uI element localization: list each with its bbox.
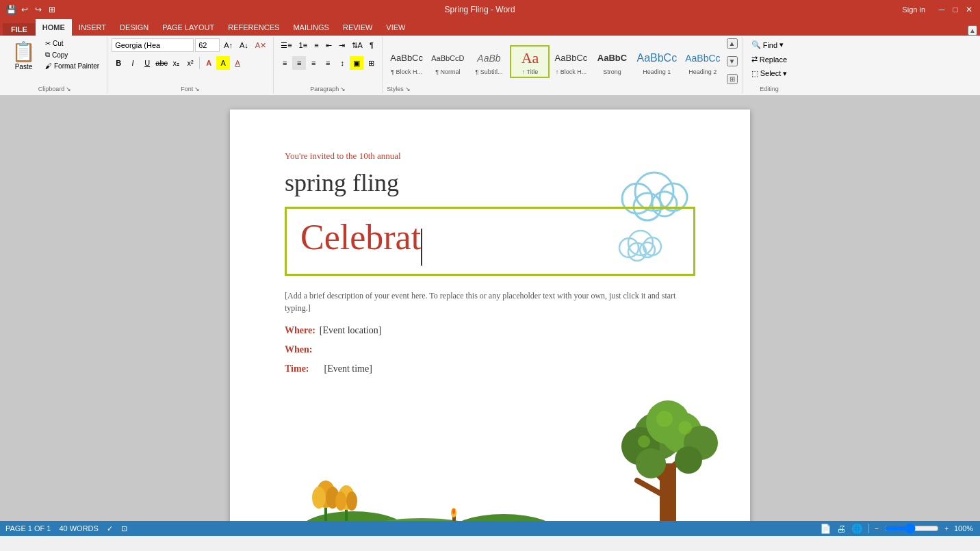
superscript-btn[interactable]: x² — [183, 56, 197, 70]
doc-title-text[interactable]: Celebrat — [300, 218, 421, 257]
ribbon: 📋 Paste ✂ Cut ⧉ Copy 🖌 Format Painter C — [0, 36, 980, 96]
style-subtitle[interactable]: AaBb ¶ Subtitl... — [469, 46, 508, 77]
align-right-btn[interactable]: ≡ — [307, 56, 320, 70]
align-left-btn[interactable]: ≡ — [278, 56, 292, 70]
styles-section: AaBbCc ¶ Block H... AaBbCcD ¶ Normal AaB… — [383, 37, 741, 94]
find-dropdown-icon: ▾ — [779, 40, 784, 49]
font-color-btn[interactable]: A — [231, 56, 244, 70]
maximize-btn[interactable]: □ — [950, 4, 961, 15]
find-button[interactable]: 🔍 Find ▾ — [748, 38, 791, 51]
signin-link[interactable]: Sign in — [902, 5, 925, 14]
close-btn[interactable]: ✕ — [964, 4, 975, 15]
clipboard-expander[interactable]: ↘ — [66, 86, 71, 92]
style-blockh2[interactable]: AaBbCc ↑ Block H... — [551, 46, 591, 77]
redo-btn[interactable]: ↪ — [33, 4, 44, 15]
style-normal[interactable]: AaBbCcD ¶ Normal — [428, 46, 467, 77]
style-blockh[interactable]: AaBbCc ¶ Block H... — [387, 46, 426, 77]
bold-btn[interactable]: B — [112, 56, 125, 70]
style-title[interactable]: Aa ↑ Title — [510, 45, 550, 78]
zoom-slider[interactable] — [884, 523, 939, 534]
save-btn[interactable]: 💾 — [5, 4, 16, 15]
doc-time-value[interactable]: [Event time] — [324, 363, 372, 374]
style-subtitle-preview: AaBb — [477, 48, 500, 68]
font-name-input[interactable] — [112, 38, 194, 52]
style-title-label: ↑ Title — [522, 68, 539, 75]
strikethrough-btn[interactable]: abc — [155, 56, 168, 70]
copy-button[interactable]: ⧉ Copy — [42, 49, 103, 60]
minimize-btn[interactable]: ─ — [936, 4, 947, 15]
borders-btn[interactable]: ⊞ — [364, 56, 378, 70]
highlight-btn[interactable]: A — [216, 56, 230, 70]
font-size-input[interactable] — [195, 38, 220, 52]
styles-gallery: AaBbCc ¶ Block H... AaBbCcD ¶ Normal AaB… — [387, 38, 737, 84]
font-expander[interactable]: ↘ — [194, 86, 200, 92]
undo-btn[interactable]: ↩ — [19, 4, 30, 15]
style-strong[interactable]: AaBbC Strong — [592, 46, 632, 77]
tab-file[interactable]: FILE — [3, 23, 36, 36]
font-shrink-btn[interactable]: A↓ — [237, 38, 251, 52]
tab-view[interactable]: VIEW — [379, 19, 412, 36]
numbering-btn[interactable]: 1≡ — [296, 38, 311, 52]
cut-button[interactable]: ✂ Cut — [42, 38, 103, 49]
doc-time-label[interactable]: Time: — [285, 363, 309, 374]
replace-button[interactable]: ⇄ Replace — [748, 53, 791, 66]
copy-label: Copy — [52, 51, 68, 59]
proofing-icon: ✓ — [107, 524, 113, 533]
doc-body-text[interactable]: [Add a brief description of your event h… — [285, 290, 695, 314]
scissors-icon: ✂ — [45, 40, 51, 47]
subscript-btn[interactable]: x₂ — [169, 56, 183, 70]
tab-design[interactable]: DESIGN — [113, 19, 155, 36]
style-heading2[interactable]: AaBbCc Heading 2 — [682, 46, 723, 77]
qa-more-btn[interactable]: ⊞ — [47, 4, 57, 15]
sort-btn[interactable]: ⇅A — [349, 38, 365, 52]
decrease-indent-btn[interactable]: ⇤ — [323, 38, 335, 52]
styles-scroll-up[interactable]: ▲ — [727, 38, 738, 49]
svg-point-35 — [346, 491, 357, 511]
bullets-btn[interactable]: ☰≡ — [278, 38, 294, 52]
doc-title-box[interactable]: Celebrat — [285, 207, 695, 276]
paste-button[interactable]: 📋 Paste — [7, 38, 40, 73]
view-print-btn[interactable]: 🖨 — [837, 524, 846, 534]
format-painter-button[interactable]: 🖌 Format Painter — [42, 61, 103, 71]
italic-btn[interactable]: I — [126, 56, 140, 70]
tab-references[interactable]: REFERENCES — [221, 19, 286, 36]
view-web-btn[interactable]: 🌐 — [851, 524, 863, 534]
tree-svg — [599, 326, 736, 521]
underline-btn[interactable]: U — [140, 56, 154, 70]
style-subtitle-label: ¶ Subtitl... — [476, 68, 503, 75]
increase-indent-btn[interactable]: ⇥ — [336, 38, 348, 52]
quick-access-bar: 💾 ↩ ↪ ⊞ — [5, 4, 57, 15]
tab-review[interactable]: REVIEW — [336, 19, 379, 36]
styles-scroll-down[interactable]: ▼ — [727, 56, 738, 66]
doc-where-value[interactable]: [Event location] — [320, 325, 382, 336]
shading-btn[interactable]: ▣ — [350, 56, 363, 70]
page-info: PAGE 1 OF 1 — [5, 524, 51, 533]
ribbon-collapse-btn[interactable]: ▲ — [968, 25, 977, 36]
style-blockh2-preview: AaBbCc — [555, 48, 588, 68]
paragraph-expander[interactable]: ↘ — [340, 86, 346, 92]
tab-home[interactable]: HOME — [36, 19, 72, 36]
select-button[interactable]: ⬚ Select ▾ — [748, 67, 791, 80]
styles-expand-btn[interactable]: ⊞ — [727, 74, 738, 84]
style-heading1[interactable]: AaBbCc Heading 1 — [633, 46, 680, 77]
text-effects-btn[interactable]: A — [202, 56, 216, 70]
justify-btn[interactable]: ≡ — [321, 56, 335, 70]
window-title: Spring Fling - Word — [57, 5, 902, 14]
tab-mailings[interactable]: MAILINGS — [286, 19, 336, 36]
document-page[interactable]: You're invited to the 10th annual spring… — [230, 110, 750, 521]
view-read-btn[interactable]: 📄 — [820, 524, 831, 534]
font-grow-btn[interactable]: A↑ — [221, 38, 235, 52]
line-spacing-btn[interactable]: ↕ — [335, 56, 349, 70]
zoom-out-icon: − — [875, 525, 879, 533]
svg-point-27 — [449, 514, 558, 521]
doc-where-label[interactable]: Where: — [285, 325, 315, 336]
multilevel-btn[interactable]: ≡ — [311, 38, 321, 52]
tab-insert[interactable]: INSERT — [72, 19, 113, 36]
show-para-btn[interactable]: ¶ — [367, 38, 376, 52]
styles-expander[interactable]: ↘ — [405, 86, 411, 92]
style-strong-label: Strong — [603, 68, 621, 75]
clear-format-btn[interactable]: A✕ — [253, 38, 269, 52]
doc-when-label[interactable]: When: — [285, 344, 312, 355]
align-center-btn[interactable]: ≡ — [292, 56, 306, 70]
tab-page-layout[interactable]: PAGE LAYOUT — [155, 19, 221, 36]
